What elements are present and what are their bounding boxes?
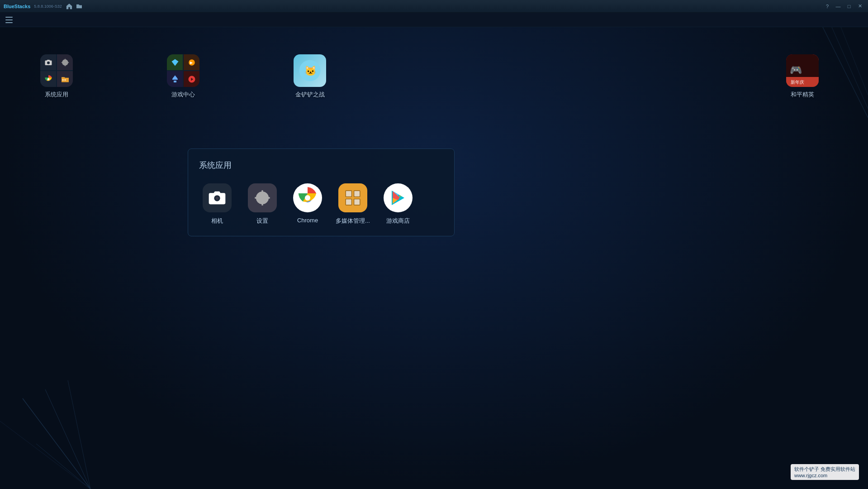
- right-desktop-icons: 🎮 新年庆 和平精英: [782, 54, 823, 99]
- popup-title: 系统应用: [199, 160, 443, 171]
- svg-line-10: [841, 27, 868, 95]
- titlebar-icons: [66, 3, 83, 10]
- folder-icon[interactable]: [76, 3, 83, 10]
- window-controls: ? — □ ✕: [823, 2, 864, 11]
- svg-line-3: [23, 398, 90, 489]
- popup-app-multimedia[interactable]: 多媒体管理...: [335, 183, 371, 225]
- system-apps-popup: 系统应用 相机 设置: [188, 149, 455, 236]
- titlebar: BlueStacks 5.8.8.1006-S32 ? — □ ✕: [0, 0, 868, 13]
- popup-app-label-multimedia: 多媒体管理...: [336, 217, 370, 225]
- titlebar-left: BlueStacks 5.8.8.1006-S32: [4, 3, 83, 10]
- svg-text:🎮: 🎮: [790, 64, 802, 76]
- popup-app-playstore[interactable]: 游戏商店: [380, 183, 416, 225]
- popup-app-label-settings: 设置: [256, 217, 268, 225]
- svg-text:🐱: 🐱: [304, 65, 317, 77]
- app-logo: BlueStacks: [4, 4, 30, 9]
- svg-rect-13: [62, 79, 63, 81]
- desktop-icon-label-peacegame: 和平精英: [791, 91, 814, 99]
- svg-rect-14: [64, 79, 66, 81]
- desktop-icon-jinshovel[interactable]: 🐱 金铲铲之战: [289, 54, 330, 99]
- folder-cell-rocket: [167, 71, 183, 87]
- desktop-icon-label-system-apps: 系统应用: [45, 91, 68, 99]
- svg-line-6: [36, 444, 90, 489]
- svg-rect-33: [354, 199, 360, 205]
- desktop-icons: 系统应用 ▶: [36, 54, 330, 99]
- svg-rect-30: [346, 191, 351, 197]
- settings-svg: [253, 189, 271, 207]
- minimize-button[interactable]: —: [834, 2, 843, 11]
- svg-rect-2: [5, 22, 13, 23]
- desktop-icon-label-jinshovel: 金铲铲之战: [295, 91, 325, 99]
- folder-cell-red: [184, 71, 199, 87]
- svg-text:新年庆: 新年庆: [791, 80, 804, 85]
- help-button[interactable]: ?: [823, 2, 832, 11]
- chrome-svg: [297, 187, 318, 209]
- svg-rect-0: [5, 17, 13, 18]
- desktop-icon-label-game-center: 游戏中心: [171, 91, 195, 99]
- popup-app-label-camera: 相机: [211, 217, 223, 225]
- svg-line-7: [0, 421, 90, 489]
- home-icon[interactable]: [66, 3, 73, 10]
- svg-rect-32: [346, 199, 351, 205]
- popup-app-label-playstore: 游戏商店: [386, 217, 410, 225]
- playstore-svg: [387, 187, 409, 209]
- camera-svg: [208, 190, 226, 206]
- folder-cell-orange: ▶: [184, 54, 199, 70]
- watermark: 软件个铲子 免费实用软件站www.rjgcz.com: [791, 464, 859, 480]
- svg-rect-1: [5, 19, 13, 20]
- maximize-button[interactable]: □: [844, 2, 854, 11]
- folder-cell-chrome: [40, 71, 56, 87]
- jinshovel-game-icon: 🐱: [299, 59, 321, 82]
- svg-text:▶: ▶: [190, 61, 193, 65]
- popup-apps-row: 相机 设置: [199, 183, 443, 225]
- watermark-text: 软件个铲子 免费实用软件站www.rjgcz.com: [794, 466, 855, 478]
- popup-app-settings[interactable]: 设置: [244, 183, 280, 225]
- menu-icon[interactable]: [4, 14, 14, 25]
- playstore-icon: [384, 183, 413, 212]
- peacegame-game-icon: 🎮 新年庆: [786, 54, 819, 87]
- popup-app-chrome[interactable]: Chrome: [289, 183, 326, 225]
- desktop-icon-peacegame[interactable]: 🎮 新年庆 和平精英: [782, 54, 823, 99]
- popup-app-camera[interactable]: 相机: [199, 183, 235, 225]
- settings-icon: [248, 183, 277, 212]
- svg-point-23: [216, 197, 219, 200]
- folder-cell-settings: [57, 54, 73, 70]
- folder-cell-diamond: [167, 54, 183, 70]
- desktop-icon-game-center[interactable]: ▶ 游戏中心: [163, 54, 204, 99]
- chrome-icon: [293, 183, 322, 212]
- folder-cell-camera: [40, 54, 56, 70]
- folder-cell-folder: [57, 71, 73, 87]
- svg-point-12: [47, 78, 49, 80]
- svg-point-25: [305, 195, 310, 201]
- svg-line-9: [832, 27, 868, 109]
- svg-line-4: [45, 389, 90, 489]
- multimedia-icon: [338, 183, 367, 212]
- desktop-icon-system-apps[interactable]: 系统应用: [36, 54, 77, 99]
- multimedia-svg: [344, 189, 362, 207]
- svg-line-8: [823, 27, 868, 118]
- main-area: 系统应用 ▶: [0, 27, 868, 489]
- app-version: 5.8.8.1006-S32: [34, 4, 62, 9]
- camera-icon: [203, 183, 232, 212]
- close-button[interactable]: ✕: [855, 2, 864, 11]
- svg-rect-31: [354, 191, 360, 197]
- bg-decoration-left: [0, 353, 181, 489]
- popup-app-label-chrome: Chrome: [297, 217, 318, 224]
- svg-line-5: [68, 380, 90, 489]
- toolbar: [0, 13, 868, 27]
